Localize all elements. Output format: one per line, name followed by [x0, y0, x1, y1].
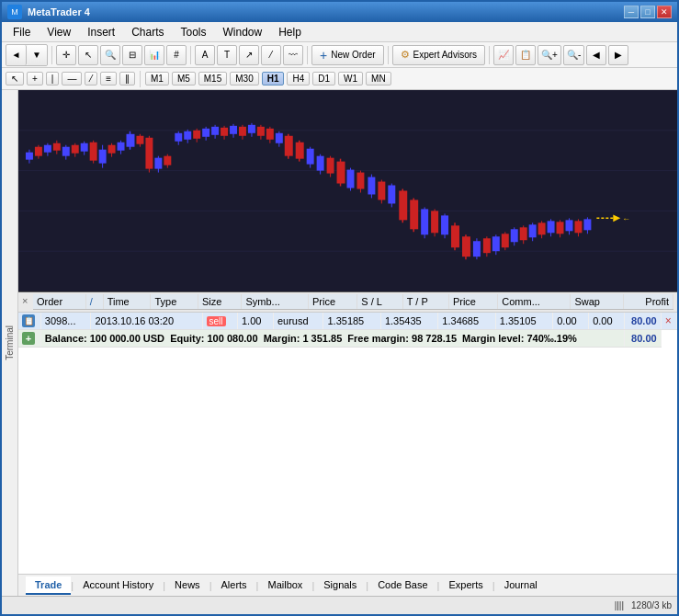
svg-rect-70 [327, 158, 334, 174]
order-icon-cell: 📋 [18, 313, 40, 330]
tab-journal[interactable]: Journal [495, 576, 547, 595]
templates-btn[interactable]: 📋 [515, 45, 536, 65]
tf-m5[interactable]: M5 [172, 72, 196, 86]
chart-area[interactable]: ← [18, 90, 677, 292]
svg-rect-104 [502, 234, 509, 247]
period-sep-tool[interactable]: ‖ [119, 72, 135, 86]
tf-mn[interactable]: MN [366, 72, 391, 86]
arrow-btn[interactable]: ↖ [78, 45, 98, 65]
balance-profit: 80.00 [625, 330, 661, 348]
svg-rect-40 [184, 131, 191, 140]
menu-view[interactable]: View [40, 24, 78, 40]
order-current-price: 1.35105 [495, 313, 552, 330]
svg-rect-76 [356, 173, 364, 189]
sep2 [190, 46, 191, 64]
zoom-chart-in[interactable]: 🔍+ [538, 45, 561, 65]
menu-window[interactable]: Window [216, 24, 270, 40]
sell-badge: sell [207, 316, 226, 326]
tab-account-history[interactable]: Account History [74, 576, 163, 595]
svg-rect-0 [18, 90, 677, 291]
svg-rect-74 [347, 170, 355, 188]
svg-rect-52 [239, 127, 246, 136]
tab-news[interactable]: News [165, 576, 209, 595]
svg-rect-30 [136, 136, 143, 144]
zoom-out-btn[interactable]: ⊟ [122, 45, 142, 65]
chart-type-btn[interactable]: 📊 [144, 45, 164, 65]
tab-mailbox[interactable]: Mailbox [258, 576, 311, 595]
side-tab-label[interactable]: Terminal [3, 322, 17, 364]
col-size: Size [198, 294, 242, 310]
svg-rect-62 [285, 136, 293, 156]
tf-m15[interactable]: M15 [198, 72, 227, 86]
svg-rect-68 [317, 156, 324, 171]
fib-tool[interactable]: ≡ [100, 72, 117, 86]
svg-rect-120 [574, 221, 582, 233]
zoom-in-btn[interactable]: 🔍 [100, 45, 120, 65]
svg-rect-118 [566, 220, 573, 231]
svg-rect-58 [266, 129, 274, 140]
line-btn[interactable]: ⁄ [261, 45, 281, 65]
order-commission: 0.00 [553, 313, 589, 330]
svg-rect-12 [53, 143, 61, 151]
delete-icon[interactable]: × [665, 314, 672, 327]
tf-m30[interactable]: M30 [230, 72, 258, 86]
tab-trade[interactable]: Trade [26, 576, 71, 595]
svg-rect-10 [44, 145, 51, 153]
menu-tools[interactable]: Tools [174, 24, 214, 40]
tab-signals[interactable]: Signals [314, 576, 366, 595]
svg-rect-112 [538, 222, 546, 234]
menu-charts[interactable]: Charts [124, 24, 171, 40]
nav-dropdown[interactable]: ▼ [27, 45, 47, 65]
tf-h4[interactable]: H4 [287, 72, 310, 86]
menu-help[interactable]: Help [271, 24, 309, 40]
crosshair-tool[interactable]: + [27, 72, 43, 86]
svg-rect-20 [90, 143, 97, 161]
order-delete[interactable]: × [661, 313, 676, 330]
svg-rect-94 [451, 225, 459, 247]
expert-advisors-button[interactable]: ⚙ Expert Advisors [392, 45, 485, 65]
menu-insert[interactable]: Insert [80, 24, 122, 40]
minimize-button[interactable]: ─ [624, 6, 639, 18]
zoom-chart-out[interactable]: 🔍- [563, 45, 584, 65]
nav-left[interactable]: ◄ [6, 45, 27, 65]
crosshair-btn[interactable]: ✛ [56, 45, 76, 65]
close-button[interactable]: ✕ [657, 6, 672, 18]
indicators-btn[interactable]: 📈 [493, 45, 514, 65]
svg-rect-46 [211, 127, 219, 135]
vline-tool[interactable]: | [46, 72, 60, 86]
maximize-button[interactable]: □ [640, 6, 655, 18]
svg-rect-100 [483, 238, 491, 253]
tf-w1[interactable]: W1 [338, 72, 363, 86]
trendline-tool[interactable]: ⁄ [85, 72, 97, 86]
tab-alerts[interactable]: Alerts [211, 576, 255, 595]
text-btn[interactable]: A [195, 45, 215, 65]
tab-experts[interactable]: Experts [439, 576, 492, 595]
svg-rect-86 [410, 200, 418, 229]
arrow2-btn[interactable]: ↗ [239, 45, 259, 65]
title-bar-controls: ─ □ ✕ [624, 6, 672, 18]
tf-d1[interactable]: D1 [312, 72, 335, 86]
select-tool[interactable]: ↖ [6, 72, 24, 86]
sep3 [307, 46, 308, 64]
svg-rect-102 [492, 236, 500, 251]
order-tp: 1.34685 [438, 313, 495, 330]
hline-tool[interactable]: — [62, 72, 82, 86]
wave-btn[interactable]: 〰 [283, 45, 303, 65]
bottom-tabs: Trade | Account History | News | Alerts … [18, 574, 677, 596]
status-memory: 1280/3 kb [631, 600, 672, 610]
tab-code-base[interactable]: Code Base [368, 576, 436, 595]
scroll-right[interactable]: ▶ [608, 45, 628, 65]
col-profit: Profit [623, 294, 673, 310]
balance-plus-icon: + [18, 330, 40, 348]
menu-file[interactable]: File [6, 24, 38, 40]
svg-rect-72 [337, 162, 345, 184]
new-order-button[interactable]: + New Order [311, 45, 384, 65]
grid-btn[interactable]: # [166, 45, 187, 65]
tf-m1[interactable]: M1 [145, 72, 169, 86]
text2-btn[interactable]: T [217, 45, 237, 65]
chart-sep1 [140, 71, 141, 87]
terminal-close[interactable]: × [22, 295, 28, 306]
scroll-left[interactable]: ◀ [586, 45, 606, 65]
tf-h1[interactable]: H1 [262, 72, 285, 86]
side-tab-area: Terminal [2, 90, 18, 596]
